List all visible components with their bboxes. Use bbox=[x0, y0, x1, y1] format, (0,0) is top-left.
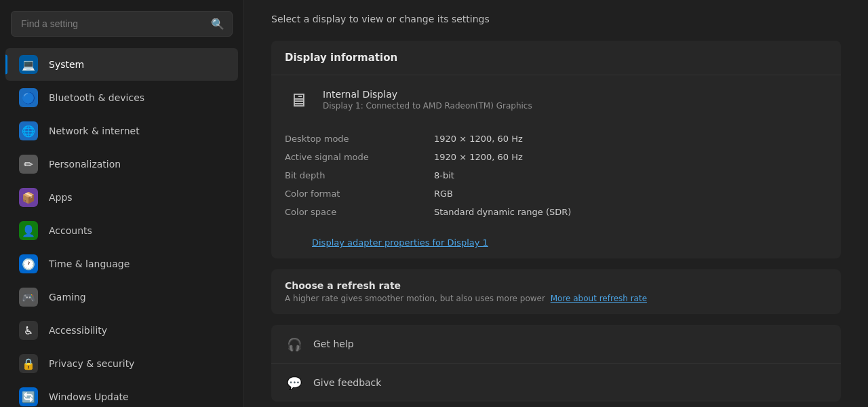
info-table: Desktop mode1920 × 1200, 60 HzActive sig… bbox=[271, 124, 841, 232]
bluetooth-label: Bluetooth & devices bbox=[49, 92, 144, 103]
info-value: RGB bbox=[434, 189, 453, 199]
help-section: 🎧Get help💬Give feedback bbox=[271, 325, 841, 402]
personalization-label: Personalization bbox=[49, 159, 121, 170]
apps-label: Apps bbox=[49, 192, 73, 203]
info-row: Desktop mode1920 × 1200, 60 Hz bbox=[285, 130, 827, 148]
info-row: Bit depth8-bit bbox=[285, 166, 827, 185]
network-icon: 🌐 bbox=[19, 121, 38, 140]
update-label: Windows Update bbox=[49, 391, 129, 402]
sidebar-item-personalization[interactable]: ✏️Personalization bbox=[5, 148, 238, 180]
sidebar-item-apps[interactable]: 📦Apps bbox=[5, 181, 238, 214]
bluetooth-icon: 🔵 bbox=[19, 88, 38, 107]
info-label: Color space bbox=[285, 207, 434, 217]
sidebar-item-accounts[interactable]: 👤Accounts bbox=[5, 214, 238, 247]
main-content: Select a display to view or change its s… bbox=[244, 0, 868, 407]
sidebar-item-system[interactable]: 💻System bbox=[5, 48, 238, 81]
info-label: Bit depth bbox=[285, 170, 434, 180]
info-label: Color format bbox=[285, 189, 434, 199]
nav-list: 💻System🔵Bluetooth & devices🌐Network & in… bbox=[0, 47, 243, 407]
give-feedback-label: Give feedback bbox=[313, 377, 381, 388]
refresh-title: Choose a refresh rate bbox=[285, 280, 827, 291]
accessibility-label: Accessibility bbox=[49, 325, 107, 336]
info-value: 8-bit bbox=[434, 170, 454, 180]
info-row: Color formatRGB bbox=[285, 185, 827, 203]
refresh-desc-text: A higher rate gives smoother motion, but… bbox=[285, 294, 545, 303]
sidebar-item-time[interactable]: 🕐Time & language bbox=[5, 248, 238, 280]
search-icon: 🔍 bbox=[211, 18, 224, 31]
sidebar-item-privacy[interactable]: 🔒Privacy & security bbox=[5, 347, 238, 380]
update-icon: 🔄 bbox=[19, 387, 38, 406]
info-row: Color spaceStandard dynamic range (SDR) bbox=[285, 203, 827, 221]
sidebar-item-update[interactable]: 🔄Windows Update bbox=[5, 381, 238, 407]
system-icon: 💻 bbox=[19, 55, 38, 74]
system-label: System bbox=[49, 59, 84, 70]
display-name: Internal Display bbox=[323, 89, 532, 100]
accounts-label: Accounts bbox=[49, 225, 92, 236]
top-label: Select a display to view or change its s… bbox=[271, 14, 841, 24]
give-feedback-icon: 💬 bbox=[285, 373, 304, 392]
sidebar: 🔍 💻System🔵Bluetooth & devices🌐Network & … bbox=[0, 0, 244, 407]
search-container: 🔍 bbox=[11, 11, 233, 37]
accessibility-icon: ♿ bbox=[19, 321, 38, 340]
search-input[interactable] bbox=[11, 11, 233, 37]
time-icon: 🕐 bbox=[19, 254, 38, 273]
sidebar-item-bluetooth[interactable]: 🔵Bluetooth & devices bbox=[5, 81, 238, 114]
help-item-get-help[interactable]: 🎧Get help bbox=[271, 325, 841, 364]
time-label: Time & language bbox=[49, 258, 130, 269]
info-label: Active signal mode bbox=[285, 152, 434, 162]
privacy-label: Privacy & security bbox=[49, 358, 134, 369]
refresh-desc: A higher rate gives smoother motion, but… bbox=[285, 294, 827, 303]
info-value: Standard dynamic range (SDR) bbox=[434, 207, 571, 217]
help-item-give-feedback[interactable]: 💬Give feedback bbox=[271, 364, 841, 402]
personalization-icon: ✏️ bbox=[19, 155, 38, 174]
monitor-icon: 🖥 bbox=[285, 86, 312, 113]
accounts-icon: 👤 bbox=[19, 221, 38, 240]
get-help-icon: 🎧 bbox=[285, 334, 304, 353]
privacy-icon: 🔒 bbox=[19, 354, 38, 373]
display-info-title: Display information bbox=[271, 41, 841, 75]
refresh-link[interactable]: More about refresh rate bbox=[551, 294, 647, 303]
apps-icon: 📦 bbox=[19, 188, 38, 207]
display-item[interactable]: 🖥 Internal Display Display 1: Connected … bbox=[271, 75, 841, 124]
network-label: Network & internet bbox=[49, 125, 140, 136]
display-item-text: Internal Display Display 1: Connected to… bbox=[323, 89, 532, 111]
info-row: Active signal mode1920 × 1200, 60 Hz bbox=[285, 148, 827, 166]
refresh-rate-card: Choose a refresh rate A higher rate give… bbox=[271, 269, 841, 314]
info-value: 1920 × 1200, 60 Hz bbox=[434, 152, 523, 162]
sidebar-item-accessibility[interactable]: ♿Accessibility bbox=[5, 314, 238, 347]
gaming-icon: 🎮 bbox=[19, 288, 38, 307]
info-value: 1920 × 1200, 60 Hz bbox=[434, 134, 523, 144]
gaming-label: Gaming bbox=[49, 292, 86, 303]
info-label: Desktop mode bbox=[285, 134, 434, 144]
sidebar-item-gaming[interactable]: 🎮Gaming bbox=[5, 281, 238, 313]
adapter-link[interactable]: Display adapter properties for Display 1 bbox=[271, 232, 841, 258]
sidebar-item-network[interactable]: 🌐Network & internet bbox=[5, 115, 238, 147]
display-subtitle: Display 1: Connected to AMD Radeon(TM) G… bbox=[323, 101, 532, 111]
display-info-card: Display information 🖥 Internal Display D… bbox=[271, 41, 841, 258]
get-help-label: Get help bbox=[313, 338, 354, 349]
